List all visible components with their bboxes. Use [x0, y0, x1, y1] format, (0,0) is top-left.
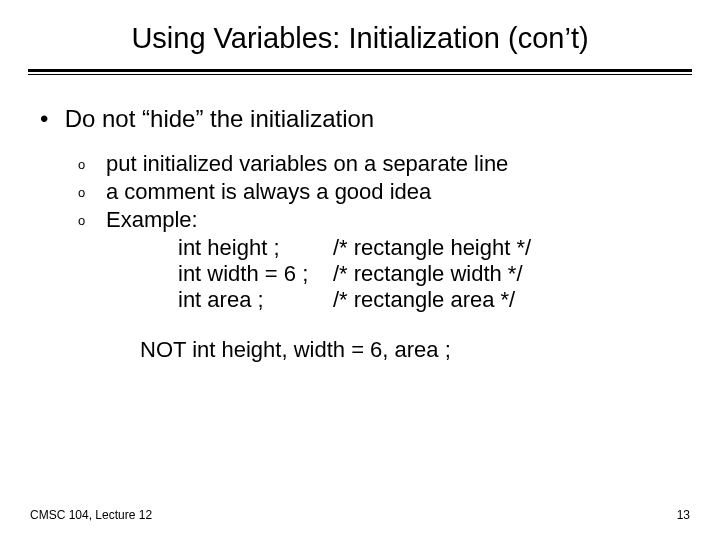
slide: Using Variables: Initialization (con’t) … — [0, 0, 720, 540]
code-decl: int width = 6 ; — [178, 261, 333, 287]
sub-marker: o — [78, 207, 106, 228]
sub-text: Example: — [106, 207, 198, 233]
sub-item: o put initialized variables on a separat… — [78, 151, 680, 177]
code-decl: int area ; — [178, 287, 333, 313]
sub-bullets: o put initialized variables on a separat… — [78, 151, 680, 233]
bullet-level1: • Do not “hide” the initialization — [40, 105, 680, 133]
sub-item: o a comment is always a good idea — [78, 179, 680, 205]
title-rule-thick — [28, 69, 692, 72]
counter-example: NOT int height, width = 6, area ; — [140, 337, 680, 363]
footer-page-number: 13 — [677, 508, 690, 522]
sub-item: o Example: — [78, 207, 680, 233]
sub-text: a comment is always a good idea — [106, 179, 431, 205]
sub-marker: o — [78, 151, 106, 172]
code-comment: /* rectangle area */ — [333, 287, 680, 313]
code-line: int width = 6 ; /* rectangle width */ — [178, 261, 680, 287]
code-line: int area ; /* rectangle area */ — [178, 287, 680, 313]
code-example: int height ; /* rectangle height */ int … — [78, 235, 680, 313]
sub-marker: o — [78, 179, 106, 200]
code-decl: int height ; — [178, 235, 333, 261]
footer-left: CMSC 104, Lecture 12 — [30, 508, 152, 522]
code-comment: /* rectangle height */ — [333, 235, 680, 261]
code-line: int height ; /* rectangle height */ — [178, 235, 680, 261]
bullet-text: Do not “hide” the initialization — [65, 105, 375, 132]
sub-text: put initialized variables on a separate … — [106, 151, 508, 177]
slide-body: • Do not “hide” the initialization o put… — [0, 75, 720, 363]
bullet-marker: • — [40, 105, 58, 133]
code-comment: /* rectangle width */ — [333, 261, 680, 287]
slide-title: Using Variables: Initialization (con’t) — [0, 0, 720, 65]
